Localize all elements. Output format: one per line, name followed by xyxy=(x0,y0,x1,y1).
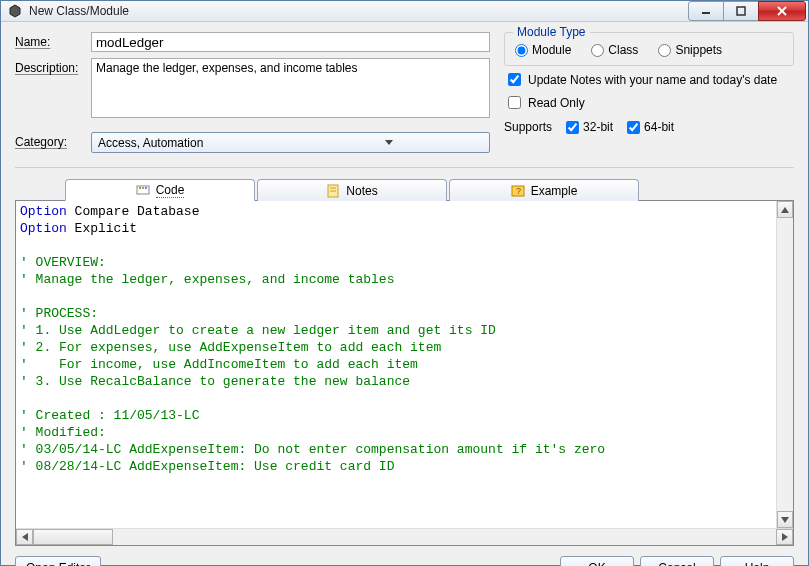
minimize-button[interactable] xyxy=(688,1,724,21)
example-icon: ? xyxy=(511,184,525,198)
check-64bit[interactable]: 64-bit xyxy=(627,120,674,134)
horizontal-scrollbar[interactable] xyxy=(16,528,793,545)
code-editor[interactable]: Option Compare Database Option Explicit … xyxy=(15,200,794,546)
check-32bit[interactable]: 32-bit xyxy=(566,120,613,134)
ok-button[interactable]: OK xyxy=(560,556,634,566)
maximize-button[interactable] xyxy=(723,1,759,21)
svg-marker-5 xyxy=(385,140,393,145)
svg-point-9 xyxy=(145,187,147,189)
name-label: Name: xyxy=(15,32,91,49)
category-combo[interactable]: Access, Automation xyxy=(91,132,490,153)
description-input[interactable]: Manage the ledger, expenses, and income … xyxy=(91,58,490,118)
svg-rect-2 xyxy=(737,7,745,15)
svg-marker-0 xyxy=(10,5,20,17)
scroll-left-icon[interactable] xyxy=(16,529,33,545)
vertical-scrollbar[interactable] xyxy=(776,201,793,528)
description-label: Description: xyxy=(15,58,91,75)
svg-point-7 xyxy=(139,187,141,189)
tab-notes[interactable]: Notes xyxy=(257,179,447,201)
name-input[interactable] xyxy=(91,32,490,52)
tab-strip: Code Notes ? Example xyxy=(15,178,794,200)
scroll-up-icon[interactable] xyxy=(777,201,793,218)
scroll-down-icon[interactable] xyxy=(777,511,793,528)
help-button[interactable]: Help xyxy=(720,556,794,566)
supports-label: Supports xyxy=(504,120,552,134)
svg-marker-18 xyxy=(782,533,788,541)
tab-example[interactable]: ? Example xyxy=(449,179,639,201)
svg-marker-17 xyxy=(22,533,28,541)
cancel-button[interactable]: Cancel xyxy=(640,556,714,566)
scroll-right-icon[interactable] xyxy=(776,529,793,545)
code-icon xyxy=(136,183,150,197)
dialog-window: New Class/Module Name: Description: Mana… xyxy=(0,0,809,566)
chevron-down-icon xyxy=(292,135,486,151)
titlebar[interactable]: New Class/Module xyxy=(1,1,808,22)
svg-marker-16 xyxy=(781,517,789,523)
update-notes-check[interactable]: Update Notes with your name and today's … xyxy=(504,70,794,89)
radio-snippets[interactable]: Snippets xyxy=(658,43,722,57)
radio-class[interactable]: Class xyxy=(591,43,638,57)
close-button[interactable] xyxy=(758,1,806,21)
window-title: New Class/Module xyxy=(29,4,689,18)
app-icon xyxy=(7,3,23,19)
open-editor-button[interactable]: Open Editor xyxy=(15,556,101,566)
scroll-thumb[interactable] xyxy=(33,529,113,545)
radio-module[interactable]: Module xyxy=(515,43,571,57)
tab-code[interactable]: Code xyxy=(65,179,255,201)
category-label: Category: xyxy=(15,132,91,149)
module-type-group: Module Type Module Class Snippets xyxy=(504,32,794,66)
read-only-check[interactable]: Read Only xyxy=(504,93,794,112)
svg-point-8 xyxy=(142,187,144,189)
divider xyxy=(15,167,794,168)
code-text: Option Compare Database Option Explicit … xyxy=(20,204,605,474)
category-value: Access, Automation xyxy=(98,136,292,150)
module-type-legend: Module Type xyxy=(513,25,590,39)
notes-icon xyxy=(326,184,340,198)
svg-marker-15 xyxy=(781,207,789,213)
svg-text:?: ? xyxy=(516,186,521,196)
